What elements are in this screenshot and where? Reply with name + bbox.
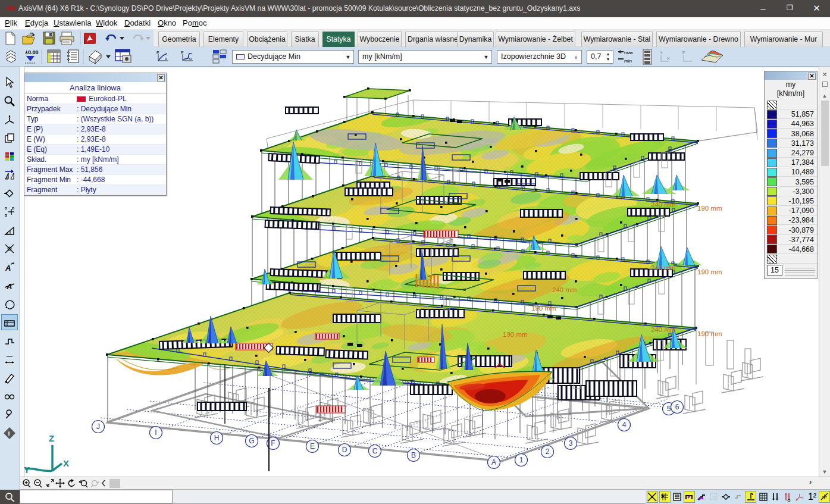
svg-text:B: B (411, 451, 416, 459)
svg-text:1: 1 (519, 456, 524, 464)
svg-text:u: u (189, 57, 192, 61)
svg-text:G: G (249, 437, 254, 445)
svg-text:240 mm: 240 mm (651, 264, 676, 271)
svg-text:C: C (372, 447, 378, 455)
svg-text:190 mm: 190 mm (503, 331, 528, 338)
svg-text:min: min (624, 58, 632, 64)
svg-text:F: F (271, 439, 275, 447)
svg-text:Y: Y (24, 465, 30, 475)
svg-text:240 mm: 240 mm (552, 286, 577, 293)
svg-text:A: A (491, 458, 496, 467)
svg-text:±0.00: ±0.00 (25, 49, 38, 55)
svg-text:E: E (310, 442, 315, 450)
svg-text:2: 2 (546, 447, 550, 456)
svg-text:5: 5 (667, 405, 671, 413)
svg-text:240 mm: 240 mm (651, 201, 676, 208)
svg-text:max: max (624, 50, 633, 55)
svg-text:6: 6 (675, 403, 679, 411)
svg-text:H: H (214, 434, 220, 442)
svg-text:3: 3 (569, 439, 573, 447)
svg-text:I: I (155, 428, 156, 437)
svg-text:x: x (497, 362, 500, 368)
svg-text:4: 4 (622, 421, 627, 429)
svg-text:F: F (682, 51, 685, 55)
svg-text:D: D (342, 446, 347, 454)
svg-text:i: i (8, 430, 10, 437)
svg-text:A: A (5, 264, 11, 273)
svg-text:190 mm: 190 mm (697, 205, 722, 212)
svg-text:190 mm: 190 mm (531, 305, 556, 312)
svg-text:X: X (63, 458, 69, 468)
svg-text:u: u (165, 57, 167, 61)
svg-text:Y: Y (660, 51, 663, 55)
svg-text:Z: Z (49, 433, 54, 443)
svg-text:240 mm: 240 mm (651, 326, 676, 333)
svg-text:X: X (667, 57, 670, 61)
svg-text:J: J (96, 422, 100, 431)
svg-text:190 mm: 190 mm (697, 330, 722, 337)
svg-text:190 mm: 190 mm (697, 268, 722, 276)
